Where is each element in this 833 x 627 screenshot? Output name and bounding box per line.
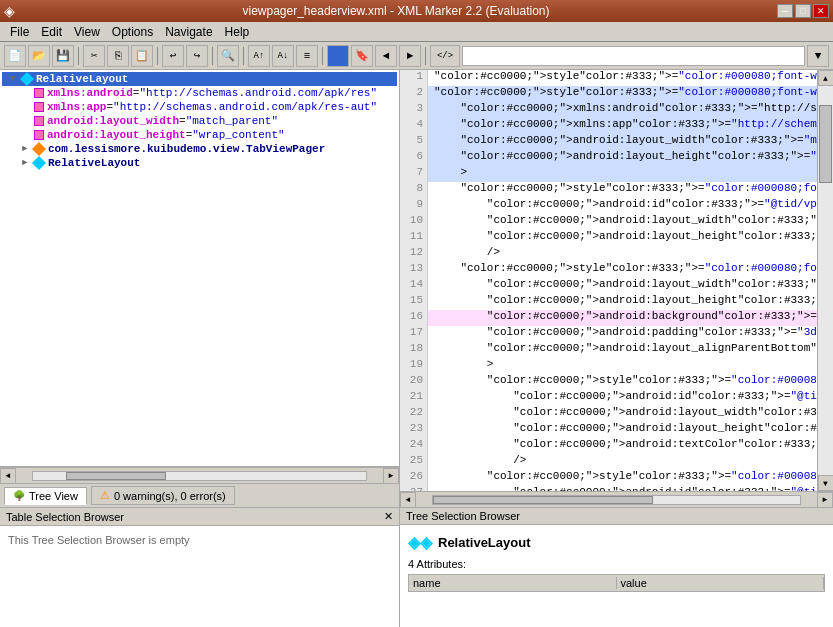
tool-b[interactable]: A↓ bbox=[272, 45, 294, 67]
right-panel: 1"color:#cc0000;">style"color:#333;">="c… bbox=[400, 70, 833, 627]
tab-warnings[interactable]: ⚠ 0 warning(s), 0 error(s) bbox=[91, 486, 235, 505]
open-button[interactable]: 📂 bbox=[28, 45, 50, 67]
hscroll-thumb[interactable] bbox=[66, 472, 166, 480]
nav-button2[interactable]: ► bbox=[399, 45, 421, 67]
vscroll-thumb[interactable] bbox=[819, 105, 832, 183]
path-combo[interactable]: xml->RelativeLayout bbox=[462, 46, 805, 66]
tree-browser-header: Tree Selection Browser bbox=[400, 508, 833, 525]
undo-button[interactable]: ↩ bbox=[162, 45, 184, 67]
tree-view[interactable]: ▼ RelativeLayout xmlns:android = "http:/… bbox=[0, 70, 399, 467]
vscroll-right[interactable]: ▲ ▼ bbox=[817, 70, 833, 491]
color-btn[interactable] bbox=[327, 45, 349, 67]
tree-node-attr-4[interactable]: android:layout_height = "wrap_content" bbox=[2, 128, 397, 142]
combo-dropdown[interactable]: ▼ bbox=[807, 45, 829, 67]
separator-3 bbox=[212, 47, 213, 65]
menu-view[interactable]: View bbox=[68, 24, 106, 39]
minimize-button[interactable]: ─ bbox=[777, 4, 793, 18]
code-content[interactable]: "color:#cc0000;">style"color:#333;">="co… bbox=[428, 182, 817, 198]
code-view[interactable]: 1"color:#cc0000;">style"color:#333;">="c… bbox=[400, 70, 817, 491]
code-content[interactable]: "color:#cc0000;">android:background"colo… bbox=[428, 310, 817, 326]
hscroll-code-thumb[interactable] bbox=[433, 496, 653, 504]
code-content[interactable]: "color:#cc0000;">android:layout_height"c… bbox=[428, 294, 817, 310]
vscroll-down[interactable]: ▼ bbox=[818, 475, 834, 491]
code-content[interactable]: "color:#cc0000;">android:id"color:#333;"… bbox=[428, 198, 817, 214]
code-content[interactable]: "color:#cc0000;">style"color:#333;">="co… bbox=[428, 374, 817, 390]
hscroll-left[interactable]: ◄ ► bbox=[0, 467, 399, 483]
code-content[interactable]: "color:#cc0000;">android:layout_width"co… bbox=[428, 278, 817, 294]
line-number: 22 bbox=[400, 406, 428, 422]
code-content[interactable]: "color:#cc0000;">android:layout_width"co… bbox=[428, 406, 817, 422]
hscroll-right-arrow[interactable]: ► bbox=[383, 468, 399, 484]
code-content[interactable]: "color:#cc0000;">style"color:#333;">="co… bbox=[428, 262, 817, 278]
nav-button[interactable]: ◄ bbox=[375, 45, 397, 67]
code-content[interactable]: "color:#cc0000;">android:id"color:#333;"… bbox=[428, 390, 817, 406]
code-content[interactable]: "color:#cc0000;">android:layout_width"co… bbox=[428, 214, 817, 230]
vscroll-up[interactable]: ▲ bbox=[818, 70, 834, 86]
new-button[interactable]: 📄 bbox=[4, 45, 26, 67]
warning-icon: ⚠ bbox=[100, 489, 110, 502]
hscroll-track[interactable] bbox=[32, 471, 367, 481]
vscroll-track[interactable] bbox=[818, 86, 833, 475]
separator-4 bbox=[243, 47, 244, 65]
tsb-attrs-label: 4 Attributes: bbox=[408, 558, 825, 570]
redo-button[interactable]: ↪ bbox=[186, 45, 208, 67]
code-row: 14 "color:#cc0000;">android:layout_width… bbox=[400, 278, 817, 294]
menu-options[interactable]: Options bbox=[106, 24, 159, 39]
code-content[interactable]: "color:#cc0000;">android:textColor"color… bbox=[428, 438, 817, 454]
close-button[interactable]: ✕ bbox=[813, 4, 829, 18]
code-content[interactable]: "color:#cc0000;">android:layout_height"c… bbox=[428, 230, 817, 246]
bookmark-button[interactable]: 🔖 bbox=[351, 45, 373, 67]
code-content[interactable]: "color:#cc0000;">style"color:#333;">="co… bbox=[428, 86, 817, 102]
code-content[interactable]: "color:#cc0000;">xmlns:app"color:#333;">… bbox=[428, 118, 817, 134]
code-content[interactable]: "color:#cc0000;">style"color:#333;">="co… bbox=[428, 470, 817, 486]
code-content[interactable]: "color:#cc0000;">style"color:#333;">="co… bbox=[428, 70, 817, 86]
tree-node-child-2[interactable]: ► RelativeLayout bbox=[2, 156, 397, 170]
code-content[interactable]: "color:#cc0000;">android:layout_width"co… bbox=[428, 134, 817, 150]
hscroll-code-track[interactable] bbox=[432, 495, 801, 505]
tree-node-child-1[interactable]: ► com.lessismore.kuibudemo.view.TabViewP… bbox=[2, 142, 397, 156]
code-content[interactable]: "color:#cc0000;">android:layout_height"c… bbox=[428, 150, 817, 166]
xml-button[interactable]: </> bbox=[430, 45, 460, 67]
copy-button[interactable]: ⎘ bbox=[107, 45, 129, 67]
find-button[interactable]: 🔍 bbox=[217, 45, 239, 67]
code-content[interactable]: /> bbox=[428, 246, 817, 262]
tool-a[interactable]: A↑ bbox=[248, 45, 270, 67]
cut-button[interactable]: ✂ bbox=[83, 45, 105, 67]
maximize-button[interactable]: □ bbox=[795, 4, 811, 18]
hscroll-left-arrow[interactable]: ◄ bbox=[0, 468, 16, 484]
tree-node-attr-3[interactable]: android:layout_width = "match_parent" bbox=[2, 114, 397, 128]
toolbar: 📄 📂 💾 ✂ ⎘ 📋 ↩ ↪ 🔍 A↑ A↓ ≡ 🔖 ◄ ► </> xml-… bbox=[0, 42, 833, 70]
code-content[interactable]: "color:#cc0000;">xmlns:android"color:#33… bbox=[428, 102, 817, 118]
code-content[interactable]: "color:#cc0000;">android:layout_height"c… bbox=[428, 422, 817, 438]
code-content[interactable]: "color:#cc0000;">android:layout_alignPar… bbox=[428, 342, 817, 358]
tool-c[interactable]: ≡ bbox=[296, 45, 318, 67]
line-number: 11 bbox=[400, 230, 428, 246]
paste-button[interactable]: 📋 bbox=[131, 45, 153, 67]
code-content[interactable]: /> bbox=[428, 454, 817, 470]
code-content[interactable]: > bbox=[428, 358, 817, 374]
menu-edit[interactable]: Edit bbox=[35, 24, 68, 39]
line-number: 2 bbox=[400, 86, 428, 102]
tree-node-attr-2[interactable]: xmlns:app = "http://schemas.android.com/… bbox=[2, 100, 397, 114]
main-area: ▼ RelativeLayout xmlns:android = "http:/… bbox=[0, 70, 833, 627]
code-row: 18 "color:#cc0000;">android:layout_align… bbox=[400, 342, 817, 358]
hscroll-right[interactable]: ◄ ► bbox=[400, 491, 833, 507]
tree-node-root[interactable]: ▼ RelativeLayout bbox=[2, 72, 397, 86]
save-button[interactable]: 💾 bbox=[52, 45, 74, 67]
attr-table-header: name value bbox=[408, 574, 825, 592]
code-row: 3 "color:#cc0000;">xmlns:android"color:#… bbox=[400, 102, 817, 118]
tab-tree-view[interactable]: 🌳 Tree View bbox=[4, 487, 87, 505]
menu-navigate[interactable]: Navigate bbox=[159, 24, 218, 39]
line-number: 3 bbox=[400, 102, 428, 118]
code-content[interactable]: > bbox=[428, 166, 817, 182]
hscroll-code-right[interactable]: ► bbox=[817, 492, 833, 508]
col-name: name bbox=[409, 577, 617, 589]
close-icon[interactable]: ✕ bbox=[384, 510, 393, 523]
menubar: File Edit View Options Navigate Help bbox=[0, 22, 833, 42]
tree-node-attr-1[interactable]: xmlns:android = "http://schemas.android.… bbox=[2, 86, 397, 100]
elem-icon bbox=[32, 156, 46, 170]
hscroll-code-left[interactable]: ◄ bbox=[400, 492, 416, 508]
code-content[interactable]: "color:#cc0000;">android:padding"color:#… bbox=[428, 326, 817, 342]
menu-help[interactable]: Help bbox=[219, 24, 256, 39]
menu-file[interactable]: File bbox=[4, 24, 35, 39]
